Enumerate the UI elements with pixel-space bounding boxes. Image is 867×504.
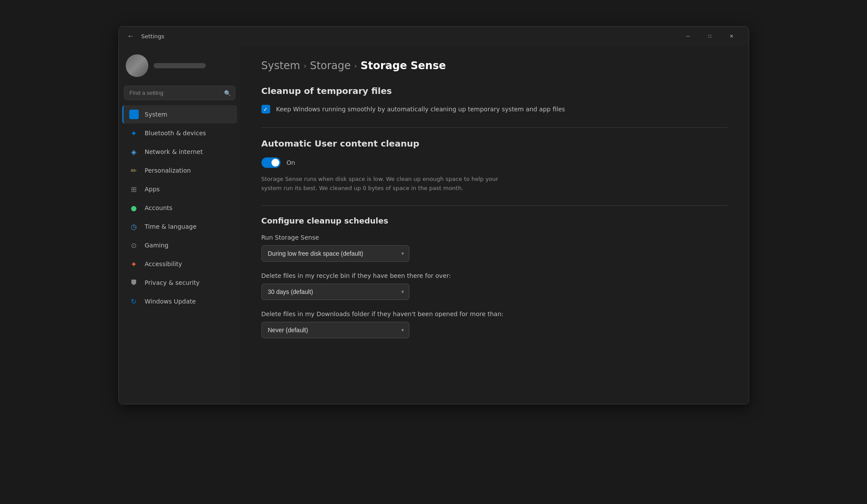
sidebar: 🔍 System ✦ Bluetooth & devices: [119, 46, 241, 404]
breadcrumb-storage-sense: Storage Sense: [361, 60, 446, 72]
personalization-icon: ✏: [129, 166, 139, 175]
sidebar-label-personalization: Personalization: [145, 167, 191, 174]
downloads-select[interactable]: Never (default) 1 day 14 days 30 days 60…: [261, 322, 409, 338]
checkbox-check-icon: ✓: [263, 106, 268, 113]
sidebar-label-network: Network & internet: [145, 148, 203, 155]
sidebar-label-apps: Apps: [145, 186, 160, 193]
sidebar-label-accessibility: Accessibility: [145, 260, 182, 267]
section2-title: Automatic User content cleanup: [261, 138, 728, 149]
run-storage-label: Run Storage Sense: [261, 234, 728, 241]
update-icon: ↻: [129, 297, 139, 306]
search-box: 🔍: [124, 86, 235, 100]
sidebar-item-accessibility[interactable]: ✦ Accessibility: [122, 255, 237, 273]
toggle-on-label: On: [287, 159, 295, 166]
user-name-placeholder: [154, 63, 206, 68]
downloads-label: Delete files in my Downloads folder if t…: [261, 310, 728, 317]
recycle-bin-label: Delete files in my recycle bin if they h…: [261, 272, 728, 279]
breadcrumb-chevron-2: ›: [354, 62, 357, 70]
title-bar: ← Settings ─ □ ✕: [119, 27, 749, 46]
sidebar-item-apps[interactable]: ⊞ Apps: [122, 180, 237, 198]
cleanup-checkbox-row: ✓ Keep Windows running smoothly by autom…: [261, 105, 728, 113]
sidebar-label-update: Windows Update: [145, 298, 196, 305]
content-area: System › Storage › Storage Sense Cleanup…: [241, 46, 749, 404]
breadcrumb-storage[interactable]: Storage: [310, 60, 351, 72]
toggle-row: On: [261, 157, 728, 168]
window-controls: ─ □ ✕: [678, 29, 742, 43]
privacy-icon: ⛊: [129, 278, 139, 287]
sidebar-item-bluetooth[interactable]: ✦ Bluetooth & devices: [122, 124, 237, 142]
restore-button[interactable]: □: [700, 29, 720, 43]
window-title: Settings: [141, 33, 164, 40]
sidebar-item-update[interactable]: ↻ Windows Update: [122, 292, 237, 310]
system-icon: [129, 110, 139, 119]
section-divider-1: [261, 127, 728, 128]
title-bar-left: ← Settings: [126, 30, 164, 42]
sidebar-label-accounts: Accounts: [145, 204, 173, 211]
downloads-dropdown-wrapper: Never (default) 1 day 14 days 30 days 60…: [261, 322, 409, 338]
back-button[interactable]: ←: [126, 30, 136, 42]
sidebar-label-bluetooth: Bluetooth & devices: [145, 130, 206, 137]
sidebar-label-time: Time & language: [145, 223, 197, 230]
cleanup-checkbox-label: Keep Windows running smoothly by automat…: [276, 106, 565, 113]
search-input[interactable]: [124, 86, 235, 100]
run-storage-dropdown-wrapper: During low free disk space (default) Eve…: [261, 245, 409, 262]
sidebar-item-personalization[interactable]: ✏ Personalization: [122, 161, 237, 180]
bluetooth-icon: ✦: [129, 128, 139, 138]
avatar: [126, 54, 148, 77]
sidebar-item-accounts[interactable]: ● Accounts: [122, 199, 237, 217]
sidebar-nav: System ✦ Bluetooth & devices ◈ Network &…: [119, 105, 241, 310]
sidebar-item-privacy[interactable]: ⛊ Privacy & security: [122, 274, 237, 292]
sidebar-item-system[interactable]: System: [122, 105, 237, 123]
sidebar-item-network[interactable]: ◈ Network & internet: [122, 143, 237, 161]
sidebar-label-privacy: Privacy & security: [145, 279, 200, 286]
accessibility-icon: ✦: [129, 259, 139, 269]
section3-title: Configure cleanup schedules: [261, 216, 728, 225]
breadcrumb-system[interactable]: System: [261, 60, 301, 72]
network-icon: ◈: [129, 147, 139, 157]
section1-title: Cleanup of temporary files: [261, 86, 728, 96]
sidebar-label-gaming: Gaming: [145, 242, 169, 249]
section-divider-2: [261, 205, 728, 206]
user-profile: [119, 49, 241, 86]
main-layout: 🔍 System ✦ Bluetooth & devices: [119, 46, 749, 404]
storage-sense-description: Storage Sense runs when disk space is lo…: [261, 175, 505, 193]
cleanup-checkbox[interactable]: ✓: [261, 105, 270, 113]
time-icon: ◷: [129, 222, 139, 231]
sidebar-item-gaming[interactable]: ⊙ Gaming: [122, 236, 237, 254]
back-icon: ←: [127, 32, 134, 40]
run-storage-select[interactable]: During low free disk space (default) Eve…: [261, 245, 409, 262]
recycle-bin-dropdown-wrapper: Never 1 day 14 days 30 days (default) 60…: [261, 284, 409, 300]
close-button[interactable]: ✕: [722, 29, 742, 43]
toggle-thumb: [271, 159, 279, 167]
minimize-button[interactable]: ─: [678, 29, 698, 43]
gaming-icon: ⊙: [129, 240, 139, 250]
auto-cleanup-toggle[interactable]: [261, 157, 281, 168]
breadcrumb-chevron-1: ›: [304, 62, 306, 70]
breadcrumb: System › Storage › Storage Sense: [261, 60, 728, 72]
settings-window: ← Settings ─ □ ✕ 🔍: [118, 26, 749, 404]
sidebar-item-time[interactable]: ◷ Time & language: [122, 217, 237, 236]
recycle-bin-select[interactable]: Never 1 day 14 days 30 days (default) 60…: [261, 284, 409, 300]
sidebar-label-system: System: [145, 111, 167, 118]
apps-icon: ⊞: [129, 184, 139, 194]
accounts-icon: ●: [129, 203, 139, 213]
